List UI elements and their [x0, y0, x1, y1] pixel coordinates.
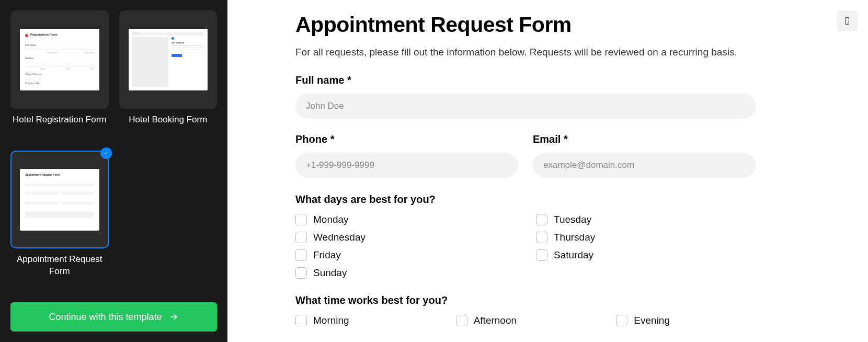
- time-option-evening[interactable]: Evening: [616, 315, 756, 326]
- time-label: Afternoon: [474, 315, 517, 326]
- checkbox: [616, 315, 627, 326]
- field-phone: Phone *: [295, 133, 518, 178]
- template-doc-preview: Get in Touch: [129, 29, 208, 90]
- day-label: Saturday: [554, 249, 593, 261]
- day-label: Tuesday: [554, 214, 591, 225]
- phone-input[interactable]: [295, 153, 518, 178]
- template-doc-preview: Registration Form Full Name First nameLa…: [20, 29, 99, 90]
- template-thumb-selected: Appointment Request Form: [10, 151, 109, 249]
- day-option-monday[interactable]: Monday: [295, 214, 515, 225]
- email-label: Email *: [533, 133, 756, 145]
- mobile-phone-icon: [843, 15, 851, 27]
- phone-label: Phone *: [295, 133, 518, 145]
- template-grid: Registration Form Full Name First nameLa…: [10, 10, 217, 292]
- time-label: Evening: [634, 315, 670, 326]
- time-label: Morning: [313, 315, 349, 326]
- template-label: Hotel Booking Form: [129, 114, 207, 126]
- continue-button-label: Continue with this template: [49, 312, 162, 323]
- form-preview-pane: Appointment Request Form For all request…: [227, 0, 868, 342]
- template-doc-preview: Appointment Request Form: [20, 169, 99, 231]
- days-options: Monday Tuesday Wednesday Thursday Friday…: [295, 214, 756, 279]
- form-container: Appointment Request Form For all request…: [295, 13, 756, 342]
- checkbox: [536, 249, 547, 261]
- day-option-friday[interactable]: Friday: [295, 249, 515, 261]
- checkbox: [295, 315, 307, 326]
- template-label: Appointment Request Form: [10, 254, 109, 277]
- day-option-saturday[interactable]: Saturday: [536, 249, 756, 261]
- email-input[interactable]: [533, 153, 756, 178]
- day-label: Wednesday: [313, 232, 366, 243]
- day-label: Friday: [313, 249, 341, 261]
- template-card-hotel-booking[interactable]: Get in Touch Hotel Booking Form: [119, 10, 218, 140]
- days-question: What days are best for you?: [295, 193, 756, 206]
- day-option-thursday[interactable]: Thursday: [536, 232, 756, 243]
- day-option-tuesday[interactable]: Tuesday: [536, 214, 756, 225]
- time-options: Morning Afternoon Evening: [295, 315, 756, 326]
- arrow-right-icon: [168, 312, 179, 322]
- mobile-preview-button[interactable]: [837, 10, 858, 31]
- template-label: Hotel Registration Form: [13, 114, 107, 126]
- full-name-input[interactable]: [295, 94, 756, 119]
- template-sidebar: Registration Form Full Name First nameLa…: [0, 0, 227, 342]
- template-card-hotel-registration[interactable]: Registration Form Full Name First nameLa…: [10, 10, 109, 140]
- day-label: Monday: [313, 214, 349, 225]
- form-title: Appointment Request Form: [295, 13, 756, 37]
- continue-button[interactable]: Continue with this template: [10, 302, 217, 332]
- field-email: Email *: [533, 133, 756, 178]
- template-card-appointment-request[interactable]: Appointment Request Form Appointment Req…: [10, 151, 109, 292]
- template-thumb: Registration Form Full Name First nameLa…: [10, 10, 109, 109]
- checkbox: [295, 214, 307, 225]
- checkbox: [536, 214, 547, 225]
- selected-check-icon: [100, 147, 112, 159]
- checkbox: [536, 232, 547, 243]
- checkbox: [295, 267, 307, 279]
- day-label: Sunday: [313, 267, 347, 279]
- template-thumb: Get in Touch: [119, 10, 218, 109]
- form-description: For all requests, please fill out the in…: [295, 45, 756, 60]
- full-name-label: Full name *: [295, 74, 756, 86]
- time-question: What time works best for you?: [295, 294, 756, 306]
- day-option-sunday[interactable]: Sunday: [295, 267, 515, 279]
- checkbox: [295, 249, 307, 261]
- field-full-name: Full name *: [295, 74, 756, 119]
- day-label: Thursday: [554, 232, 595, 243]
- day-option-wednesday[interactable]: Wednesday: [295, 232, 515, 243]
- time-option-morning[interactable]: Morning: [295, 315, 435, 326]
- time-option-afternoon[interactable]: Afternoon: [456, 315, 596, 326]
- checkbox: [295, 232, 307, 243]
- checkbox: [456, 315, 467, 326]
